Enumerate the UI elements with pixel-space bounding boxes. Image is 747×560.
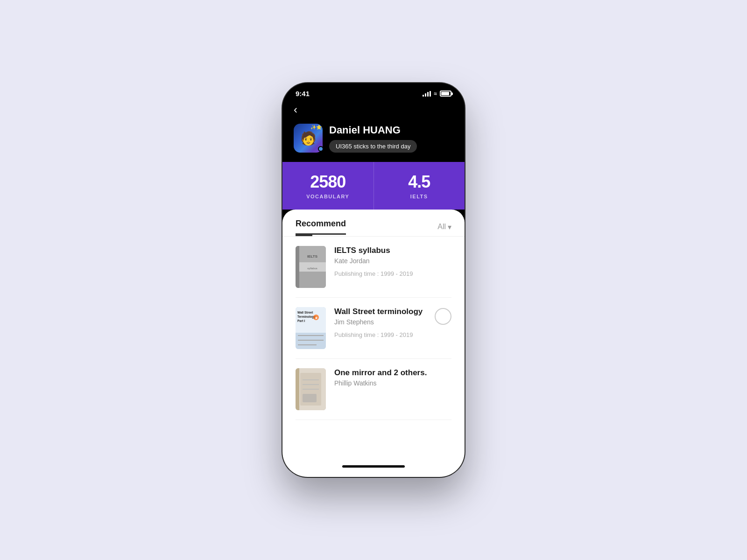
online-indicator (318, 146, 324, 152)
svg-text:Terminology: Terminology (297, 315, 316, 319)
phone-frame: 9:41 ≈ ‹ 🧑 ✨⭐ Daniel HUANG UI365 s (282, 83, 465, 477)
book-author: Kate Jordan (334, 257, 451, 265)
user-profile: 🧑 ✨⭐ Daniel HUANG UI365 sticks to the th… (294, 124, 453, 153)
book-cover-3 (296, 368, 326, 410)
avatar-stars: ✨⭐ (310, 125, 322, 130)
ielts-label: IELTS (410, 194, 428, 199)
tabs-header: Recommend All ▾ (282, 210, 465, 235)
book-cover-2: Wall Street Terminology Part I ★ (296, 307, 326, 349)
home-indicator (342, 465, 405, 468)
svg-text:IELTS: IELTS (307, 254, 318, 259)
wifi-icon: ≈ (434, 91, 437, 97)
tab-recommend[interactable]: Recommend (296, 219, 346, 235)
ielts-value: 4.5 (408, 172, 430, 192)
svg-text:Part I: Part I (297, 319, 305, 322)
book-publish: Publishing time : 1999 - 2019 (334, 331, 451, 338)
book-title: Wall Street terminology (334, 307, 451, 316)
bottom-bar (282, 458, 465, 477)
list-item[interactable]: Wall Street Terminology Part I ★ Wall St… (296, 298, 451, 359)
back-button[interactable]: ‹ (294, 103, 297, 116)
svg-text:syllabus: syllabus (307, 267, 317, 270)
svg-rect-24 (303, 394, 317, 402)
book-publish: Publishing time : 1999 - 2019 (334, 270, 451, 277)
book-details-1: IELTS syllabus Kate Jordan Publishing ti… (334, 246, 451, 277)
vocabulary-stat: 2580 VOCABULARY (282, 162, 374, 210)
svg-text:Wall Street: Wall Street (297, 311, 313, 314)
svg-rect-19 (296, 368, 299, 410)
book-author: Jim Stephens (334, 318, 451, 326)
signal-icon (423, 91, 431, 97)
status-time: 9:41 (296, 90, 310, 98)
chevron-down-icon: ▾ (448, 223, 451, 231)
book-cover-1: IELTS syllabus (296, 246, 326, 288)
book-title: IELTS syllabus (334, 246, 451, 255)
battery-icon (440, 91, 451, 97)
stats-area: 2580 VOCABULARY 4.5 IELTS (282, 162, 465, 210)
book-details-3: One mirror and 2 others. Phillip Watkins (334, 368, 451, 392)
user-badge: UI365 sticks to the third day (329, 140, 417, 153)
avatar-image: 🧑 (300, 131, 317, 146)
header-area: ‹ 🧑 ✨⭐ Daniel HUANG UI365 sticks to the … (282, 99, 465, 162)
vocabulary-label: VOCABULARY (306, 194, 349, 199)
circle-select-icon[interactable] (435, 308, 451, 325)
books-list: IELTS syllabus IELTS syllabus Kate Jorda… (282, 237, 465, 458)
tab-all-label: All (437, 223, 446, 231)
book-details-2: Wall Street terminology Jim Stephens Pub… (334, 307, 451, 338)
status-icons: ≈ (423, 91, 451, 97)
book-author: Phillip Watkins (334, 379, 451, 387)
avatar-container: 🧑 ✨⭐ (294, 124, 323, 153)
user-info: Daniel HUANG UI365 sticks to the third d… (329, 124, 453, 153)
book-title: One mirror and 2 others. (334, 368, 451, 378)
user-name: Daniel HUANG (329, 124, 453, 136)
list-item[interactable]: IELTS syllabus IELTS syllabus Kate Jorda… (296, 237, 451, 298)
vocabulary-value: 2580 (310, 172, 345, 192)
svg-rect-16 (298, 340, 324, 341)
content-area: Recommend All ▾ (282, 210, 465, 458)
tab-all[interactable]: All ▾ (437, 223, 451, 231)
ielts-stat: 4.5 IELTS (374, 162, 465, 210)
svg-rect-15 (298, 335, 324, 336)
svg-text:★: ★ (315, 316, 318, 320)
status-bar: 9:41 ≈ (282, 83, 465, 99)
svg-rect-1 (296, 246, 299, 288)
svg-rect-4 (299, 272, 326, 288)
list-item[interactable]: One mirror and 2 others. Phillip Watkins (296, 359, 451, 420)
svg-rect-17 (298, 344, 317, 345)
